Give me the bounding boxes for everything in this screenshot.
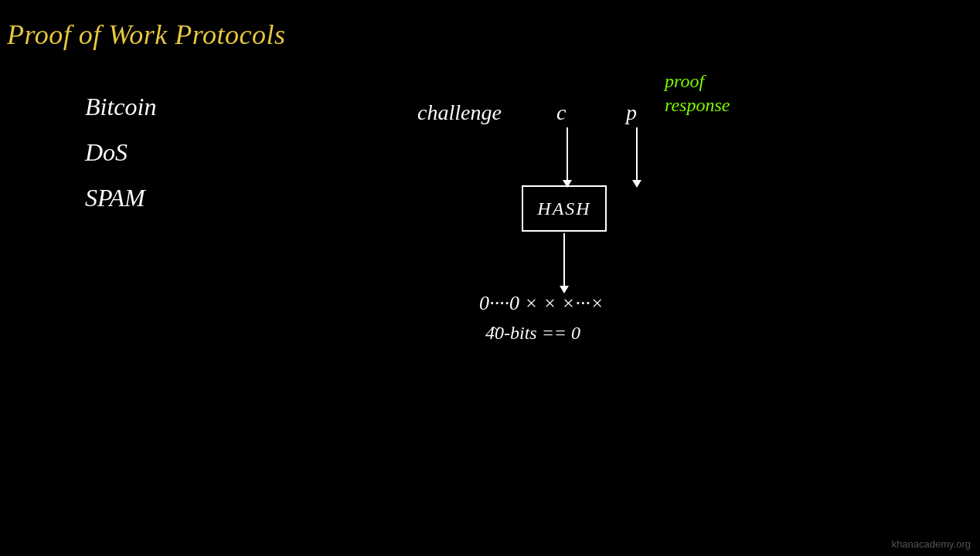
page-title: Proof of Work Protocols <box>7 19 286 51</box>
proof-label: proofresponse <box>665 70 730 117</box>
challenge-label: challenge <box>417 100 502 125</box>
arrow-p-icon <box>636 127 638 181</box>
left-list: Bitcoin DoS SPAM <box>85 93 156 229</box>
c-label: c <box>556 100 566 125</box>
list-item-dos: DoS <box>85 138 156 167</box>
list-item-spam: SPAM <box>85 184 156 212</box>
list-item-bitcoin: Bitcoin <box>85 93 156 121</box>
arrow-c-icon <box>567 127 568 181</box>
diagram: challenge c p proofresponse HASH 0····0 … <box>371 62 835 386</box>
p-label: p <box>626 100 637 125</box>
hash-output: 0····0 × × ×···× <box>479 292 604 315</box>
arrow-down-icon <box>563 233 565 287</box>
hash-box: HASH <box>522 185 607 232</box>
bits-label: 40-bits == 0 <box>485 323 580 344</box>
watermark: khanacademy.org <box>892 538 971 550</box>
